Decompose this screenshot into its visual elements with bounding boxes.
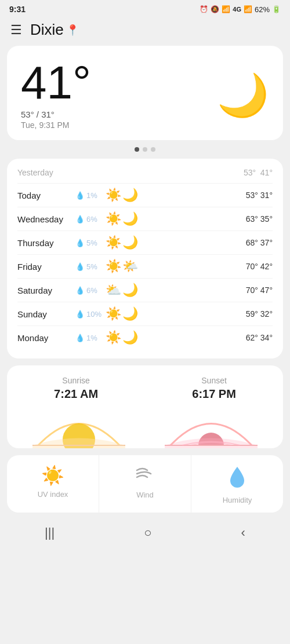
- weather-icon: ☀️: [106, 235, 121, 250]
- battery-level: 62%: [255, 5, 270, 14]
- weather-icon: ☀️: [106, 330, 121, 345]
- signal-bars-icon: 📶: [244, 5, 252, 13]
- forecast-row: Today💧1%☀️🌙53° 31°: [17, 183, 273, 207]
- status-time: 9:31: [9, 5, 26, 14]
- sunrise-label: Sunrise: [54, 376, 98, 385]
- weather-icon: 🌙: [122, 330, 138, 345]
- forecast-temps: 62° 34°: [232, 333, 273, 342]
- forecast-day-label: Thursday: [17, 238, 75, 248]
- weather-icon: 🌙: [122, 188, 138, 203]
- forecast-weather-icons: ⛅🌙: [106, 283, 232, 298]
- forecast-rain: 💧6%: [75, 215, 106, 224]
- wind-icon: [135, 464, 155, 487]
- header: ☰ Dixie 📍: [0, 16, 290, 46]
- forecast-row: Monday💧1%☀️🌙62° 34°: [17, 325, 273, 349]
- forecast-weather-icons: ☀️🌙: [106, 235, 232, 250]
- sunrise-arc-icon: [32, 408, 125, 448]
- humidity-label: Humidity: [223, 496, 252, 504]
- sun-times-row: Sunrise 7:21 AM Sunset 6:17 PM: [7, 376, 283, 408]
- raindrop-icon: 💧: [75, 286, 85, 295]
- forecast-weather-icons: ☀️🌙: [106, 211, 232, 226]
- nav-bar: ||| ○ ‹: [0, 519, 290, 550]
- forecast-day-label: Monday: [17, 333, 75, 343]
- forecast-row: Saturday💧6%⛅🌙70° 47°: [17, 278, 273, 302]
- yesterday-label: Yesterday: [17, 168, 53, 177]
- forecast-temps: 53° 31°: [232, 191, 273, 200]
- menu-icon[interactable]: ☰: [10, 23, 22, 38]
- status-bar: 9:31 ⏰ 🔕 📶 4G 📶 62% 🔋: [0, 0, 290, 16]
- forecast-temps: 59° 32°: [232, 309, 273, 319]
- dot-1: [135, 147, 139, 152]
- alarm-icon: ⏰: [200, 5, 208, 13]
- weather-icon: 🌙: [122, 235, 138, 250]
- weather-icon: 🌙: [122, 306, 138, 321]
- forecast-day-label: Friday: [17, 262, 75, 272]
- forecast-temps: 70° 47°: [232, 286, 273, 295]
- wind-tile: Wind: [99, 455, 191, 513]
- forecast-day-label: Wednesday: [17, 214, 75, 224]
- humidity-icon: [228, 464, 246, 492]
- weather-icon: 🌙: [122, 211, 138, 226]
- sunrise-block: Sunrise 7:21 AM: [54, 376, 98, 401]
- sunset-block: Sunset 6:17 PM: [192, 376, 236, 401]
- wifi-icon: 📶: [222, 5, 230, 13]
- page-dots: [0, 147, 290, 152]
- forecast-temps: 63° 35°: [232, 214, 273, 224]
- forecast-weather-icons: ☀️🌙: [106, 306, 232, 321]
- temp-range: 53° / 31°: [21, 109, 91, 119]
- forecast-weather-icons: ☀️🌤️: [106, 259, 232, 274]
- wind-label: Wind: [136, 491, 154, 499]
- forecast-weather-icons: ☀️🌙: [106, 188, 232, 203]
- forecast-rain: 💧1%: [75, 334, 106, 342]
- forecast-row: Thursday💧5%☀️🌙68° 37°: [17, 230, 273, 254]
- datetime: Tue, 9:31 PM: [21, 120, 91, 130]
- raindrop-icon: 💧: [75, 262, 85, 271]
- home-icon[interactable]: ○: [144, 525, 151, 540]
- sunset-time: 6:17 PM: [192, 387, 236, 401]
- status-icons: ⏰ 🔕 📶 4G 📶 62% 🔋: [200, 5, 281, 14]
- signal-icon: 4G: [233, 6, 241, 13]
- weather-icon: ☀️: [106, 211, 121, 226]
- weather-icon: ☀️: [106, 259, 121, 274]
- forecast-rain: 💧10%: [75, 310, 106, 319]
- temperature-block: 41° 53° / 31° Tue, 9:31 PM: [21, 60, 91, 130]
- forecast-day-label: Saturday: [17, 286, 75, 295]
- sun-visual: [7, 408, 283, 448]
- forecast-rain: 💧5%: [75, 262, 106, 271]
- location-pin-icon[interactable]: 📍: [66, 24, 79, 36]
- city-name: Dixie: [30, 21, 64, 39]
- battery-icon: 🔋: [272, 5, 281, 13]
- raindrop-icon: 💧: [75, 191, 85, 200]
- forecast-rain: 💧1%: [75, 191, 106, 200]
- weather-icon: ☀️: [106, 306, 121, 321]
- main-weather-card: 41° 53° / 31° Tue, 9:31 PM 🌙: [7, 46, 283, 140]
- sun-card: Sunrise 7:21 AM Sunset 6:17 PM: [7, 365, 283, 448]
- mute-icon: 🔕: [211, 5, 219, 13]
- back-icon[interactable]: ‹: [241, 525, 245, 540]
- weather-icon: 🌤️: [122, 259, 138, 274]
- uv-index-tile: ☀️ UV index: [7, 455, 99, 513]
- current-temperature: 41°: [21, 60, 91, 106]
- weather-icon: ☀️: [106, 188, 121, 203]
- forecast-card: Yesterday 53° 41° Today💧1%☀️🌙53° 31°Wedn…: [7, 159, 283, 358]
- forecast-day-label: Sunday: [17, 309, 75, 319]
- raindrop-icon: 💧: [75, 334, 85, 342]
- recent-apps-icon[interactable]: |||: [45, 525, 55, 540]
- raindrop-icon: 💧: [75, 310, 85, 319]
- weather-condition-icon: 🌙: [217, 74, 269, 116]
- forecast-day-label: Today: [17, 191, 75, 200]
- uv-index-label: UV index: [38, 490, 68, 499]
- weather-icon: ⛅: [106, 283, 121, 298]
- forecast-row: Sunday💧10%☀️🌙59° 32°: [17, 302, 273, 325]
- forecast-row: Wednesday💧6%☀️🌙63° 35°: [17, 207, 273, 230]
- forecast-rain: 💧6%: [75, 286, 106, 295]
- forecast-row: Friday💧5%☀️🌤️70° 42°: [17, 254, 273, 278]
- yesterday-row: Yesterday 53° 41°: [17, 168, 273, 177]
- raindrop-icon: 💧: [75, 239, 85, 247]
- weather-icon: 🌙: [122, 283, 138, 298]
- humidity-tile: Humidity: [191, 455, 283, 513]
- dot-2: [143, 147, 147, 152]
- forecast-weather-icons: ☀️🌙: [106, 330, 232, 345]
- sunrise-time: 7:21 AM: [54, 387, 98, 401]
- forecast-rain: 💧5%: [75, 239, 106, 247]
